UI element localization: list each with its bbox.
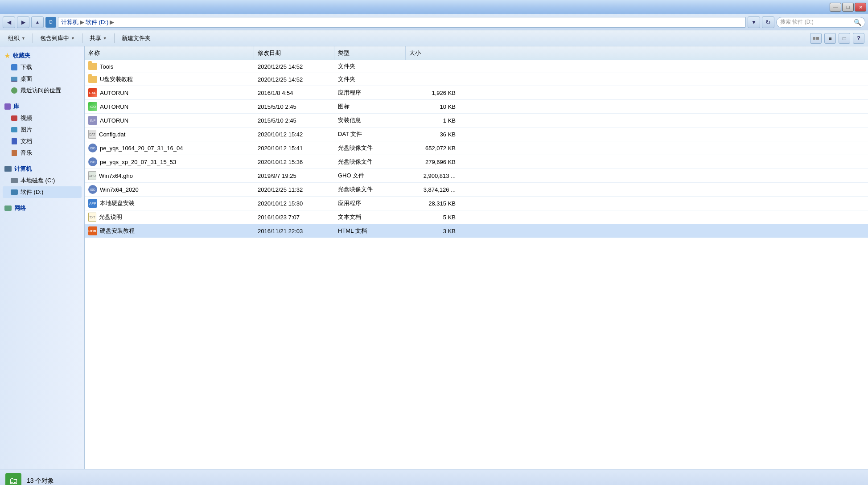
sidebar-item-c-drive[interactable]: 本地磁盘 (C:): [3, 175, 82, 186]
organize-dropdown-icon: ▼: [21, 36, 25, 41]
video-icon: [11, 115, 18, 122]
image-icon: [11, 126, 18, 133]
path-sep-1: ▶: [80, 19, 84, 25]
up-button[interactable]: ▲: [31, 16, 44, 28]
file-name: Config.dat: [99, 131, 125, 138]
sidebar-item-video[interactable]: 视频: [3, 112, 82, 124]
table-row[interactable]: DAT Config.dat 2020/10/12 15:42 DAT 文件 3…: [85, 127, 868, 141]
file-modified-cell: 2020/10/12 15:41: [254, 141, 334, 155]
file-name: AUTORUN: [100, 117, 128, 124]
table-row[interactable]: GHO Win7x64.gho 2019/9/7 19:25 GHO 文件 2,…: [85, 169, 868, 183]
star-icon: ★: [4, 52, 10, 59]
col-header-name[interactable]: 名称: [85, 46, 254, 60]
toolbar-separator-2: [82, 33, 82, 43]
library-label: 包含到库中: [40, 34, 69, 42]
col-header-type[interactable]: 类型: [334, 46, 406, 60]
preview-button[interactable]: □: [839, 33, 850, 44]
sidebar-item-doc[interactable]: 文档: [3, 136, 82, 147]
sidebar-favorites-header[interactable]: ★ 收藏夹: [3, 50, 82, 62]
file-modified-cell: 2016/11/21 22:03: [254, 224, 334, 238]
file-name-cell: HTML 硬盘安装教程: [85, 224, 254, 238]
file-name: U盘安装教程: [100, 75, 133, 83]
file-name: 光盘说明: [99, 213, 122, 221]
sidebar-section-network: 网络: [3, 202, 82, 214]
table-row[interactable]: ISO pe_yqs_1064_20_07_31_16_04 2020/10/1…: [85, 141, 868, 155]
d-drive-label: 软件 (D:): [21, 188, 43, 196]
sidebar-item-desktop[interactable]: 桌面: [3, 73, 82, 85]
statusbar: 🗂 13 个对象: [0, 469, 868, 485]
view-toggle-button[interactable]: ≡: [824, 33, 836, 44]
file-modified-cell: 2015/5/10 2:45: [254, 100, 334, 113]
refresh-button[interactable]: ↻: [762, 16, 774, 28]
desktop-icon: [11, 75, 18, 82]
col-header-size[interactable]: 大小: [406, 46, 459, 60]
file-size-cell: 28,315 KB: [406, 197, 459, 210]
minimize-button[interactable]: —: [830, 3, 841, 12]
newfolder-button[interactable]: 新建文件夹: [117, 32, 155, 45]
sidebar-network-header[interactable]: 网络: [3, 202, 82, 214]
file-size-cell: 5 KB: [406, 210, 459, 224]
file-name: Tools: [100, 63, 113, 70]
sidebar-item-d-drive[interactable]: 软件 (D:): [3, 186, 82, 198]
file-modified-cell: 2016/10/23 7:07: [254, 210, 334, 224]
search-box[interactable]: 搜索 软件 (D:) 🔍: [776, 17, 865, 28]
table-row[interactable]: ISO pe_yqs_xp_20_07_31_15_53 2020/10/12 …: [85, 155, 868, 169]
c-drive-icon: [11, 177, 18, 184]
recent-label: 最近访问的位置: [21, 86, 61, 95]
table-row[interactable]: TXT 光盘说明 2016/10/23 7:07 文本文档 5 KB: [85, 210, 868, 224]
file-type-cell: 应用程序: [334, 197, 406, 210]
column-headers: 名称 修改日期 类型 大小: [85, 46, 868, 60]
file-modified-cell: 2020/12/25 14:52: [254, 60, 334, 73]
table-row[interactable]: ISO Win7x64_2020 2020/12/25 11:32 光盘映像文件…: [85, 183, 868, 197]
sidebar-computer-header[interactable]: 计算机: [3, 163, 82, 175]
view-button[interactable]: [810, 33, 822, 44]
library-icon: [4, 103, 11, 110]
table-row[interactable]: HTML 硬盘安装教程 2016/11/21 22:03 HTML 文档 3 K…: [85, 224, 868, 238]
back-button[interactable]: ◀: [3, 16, 15, 28]
file-type-cell: 文件夹: [334, 60, 406, 73]
organize-button[interactable]: 组织 ▼: [4, 32, 30, 45]
maximize-button[interactable]: □: [842, 3, 854, 12]
music-label: 音乐: [21, 149, 32, 157]
file-size-cell: 1,926 KB: [406, 86, 459, 99]
table-row[interactable]: EXE AUTORUN 2016/1/8 4:54 应用程序 1,926 KB: [85, 86, 868, 100]
table-row[interactable]: APP 本地硬盘安装 2020/10/12 15:30 应用程序 28,315 …: [85, 197, 868, 210]
col-header-modified[interactable]: 修改日期: [254, 46, 334, 60]
sidebar-item-image[interactable]: 图片: [3, 124, 82, 136]
table-row[interactable]: INF AUTORUN 2015/5/10 2:45 安装信息 1 KB: [85, 114, 868, 127]
sidebar-item-music[interactable]: 音乐: [3, 147, 82, 159]
sidebar-item-downloads[interactable]: 下载: [3, 62, 82, 73]
file-name-cell: INF AUTORUN: [85, 114, 254, 127]
file-modified-cell: 2020/12/25 11:32: [254, 183, 334, 196]
close-button[interactable]: ✕: [855, 3, 866, 12]
table-row[interactable]: ICO AUTORUN 2015/5/10 2:45 图标 10 KB: [85, 100, 868, 114]
forward-button[interactable]: ▶: [17, 16, 29, 28]
file-type-cell: 光盘映像文件: [334, 155, 406, 169]
sidebar-library-header[interactable]: 库: [3, 101, 82, 112]
sidebar-item-recent[interactable]: 最近访问的位置: [3, 85, 82, 96]
file-type-cell: 文件夹: [334, 73, 406, 86]
help-button[interactable]: ?: [853, 33, 864, 44]
file-name: AUTORUN: [100, 90, 128, 96]
toolbar-separator-3: [114, 33, 115, 43]
downloads-label: 下载: [21, 63, 32, 71]
address-path[interactable]: 计算机 ▶ 软件 (D:) ▶: [58, 17, 746, 28]
computer-header-label: 计算机: [14, 165, 32, 173]
file-modified-cell: 2016/1/8 4:54: [254, 86, 334, 99]
file-type-cell: 光盘映像文件: [334, 183, 406, 196]
path-drive[interactable]: 软件 (D:): [86, 18, 108, 26]
dropdown-button[interactable]: ▼: [748, 16, 760, 28]
file-name-cell: ISO Win7x64_2020: [85, 183, 254, 196]
share-button[interactable]: 共享 ▼: [85, 32, 111, 45]
table-row[interactable]: U盘安装教程 2020/12/25 14:52 文件夹: [85, 73, 868, 86]
file-size-cell: [406, 60, 459, 73]
recent-icon: [11, 87, 18, 94]
file-name-cell: DAT Config.dat: [85, 127, 254, 141]
sidebar-section-favorites: ★ 收藏夹 下载 桌面 最近访问的位置: [3, 50, 82, 96]
statusbar-count: 13 个对象: [27, 477, 54, 485]
library-button[interactable]: 包含到库中 ▼: [36, 32, 79, 45]
d-drive-icon: [11, 189, 18, 196]
path-computer[interactable]: 计算机: [61, 18, 78, 26]
file-size-cell: 652,072 KB: [406, 141, 459, 155]
table-row[interactable]: Tools 2020/12/25 14:52 文件夹: [85, 60, 868, 73]
